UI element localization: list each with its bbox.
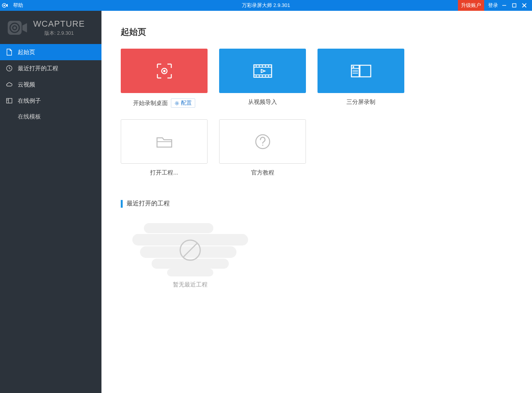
cards-row-1: 开始录制桌面 配置 <box>121 49 513 108</box>
nav-label: 起始页 <box>18 49 35 56</box>
nav-label: 云视频 <box>18 81 35 88</box>
import-video-label: 从视频导入 <box>248 98 277 106</box>
close-button[interactable] <box>522 3 532 8</box>
maximize-button[interactable] <box>512 3 522 8</box>
empty-state-label: 暂无最近工程 <box>173 281 208 288</box>
brand-logo-icon <box>6 19 29 37</box>
brand-version: 版本: 2.9.301 <box>33 30 85 37</box>
window-title: 万彩录屏大师 2.9.301 <box>242 2 290 9</box>
gear-icon <box>174 101 179 106</box>
triple-screen-card[interactable] <box>318 49 404 93</box>
title-bar: 帮助 万彩录屏大师 2.9.301 升级账户 登录 <box>0 0 532 11</box>
filmstrip-icon <box>252 62 274 80</box>
svg-point-15 <box>176 102 178 104</box>
svg-point-1 <box>3 5 5 6</box>
config-button[interactable]: 配置 <box>171 98 195 108</box>
nav-cloud-video[interactable]: 云视频 <box>0 76 101 93</box>
svg-point-38 <box>262 144 263 146</box>
svg-rect-3 <box>513 4 516 7</box>
branding: WCAPTURE 版本: 2.9.301 <box>0 11 101 42</box>
svg-rect-10 <box>7 98 12 103</box>
svg-rect-31 <box>353 66 354 68</box>
svg-point-14 <box>163 70 166 72</box>
cloud-icon <box>5 81 13 88</box>
triple-screen-icon <box>349 62 373 80</box>
help-icon <box>253 132 272 151</box>
record-desktop-label: 开始录制桌面 <box>133 100 168 107</box>
empty-state: 暂无最近工程 <box>128 215 252 296</box>
open-project-card[interactable] <box>121 119 208 164</box>
minimize-button[interactable] <box>502 3 512 8</box>
brand-name: WCAPTURE <box>33 19 85 29</box>
layout-icon <box>5 97 13 105</box>
svg-rect-35 <box>360 65 371 77</box>
nav-online-examples[interactable]: 在线例子 <box>0 93 101 109</box>
main-content: 起始页 开始录制桌面 <box>101 11 532 393</box>
svg-line-40 <box>183 243 197 257</box>
record-desktop-card[interactable] <box>121 49 208 93</box>
folder-icon <box>154 133 175 150</box>
empty-illustration <box>132 223 248 277</box>
login-button[interactable]: 登录 <box>484 2 502 9</box>
forbidden-icon <box>178 238 203 263</box>
open-project-label: 打开工程... <box>150 169 178 176</box>
tutorial-card[interactable] <box>219 119 306 164</box>
triple-screen-label: 三分屏录制 <box>346 98 375 106</box>
page-icon <box>5 48 13 56</box>
app-icon <box>2 2 8 9</box>
nav-label: 在线例子 <box>18 97 41 105</box>
sidebar: WCAPTURE 版本: 2.9.301 起始页 最近打开的工程 <box>0 11 101 393</box>
cards-row-2: 打开工程... 官方教程 <box>121 119 513 176</box>
nav-online-templates[interactable]: 在线模板 <box>0 109 101 124</box>
clock-icon <box>5 64 13 72</box>
record-icon <box>154 60 175 82</box>
nav-label: 最近打开的工程 <box>18 65 58 72</box>
recent-section-title: 最近打开的工程 <box>127 200 170 208</box>
tutorial-label: 官方教程 <box>251 169 274 176</box>
upgrade-button[interactable]: 升级账户 <box>458 0 484 11</box>
help-menu[interactable]: 帮助 <box>13 2 23 9</box>
nav: 起始页 最近打开的工程 云视频 在线例子 在线模板 <box>0 44 101 124</box>
recent-section-header: 最近打开的工程 <box>121 200 513 208</box>
nav-recent-projects[interactable]: 最近打开的工程 <box>0 60 101 76</box>
page-title: 起始页 <box>121 26 513 38</box>
nav-start-page[interactable]: 起始页 <box>0 44 101 60</box>
config-label: 配置 <box>181 100 192 107</box>
section-accent-bar <box>121 200 123 208</box>
import-video-card[interactable] <box>219 49 306 93</box>
